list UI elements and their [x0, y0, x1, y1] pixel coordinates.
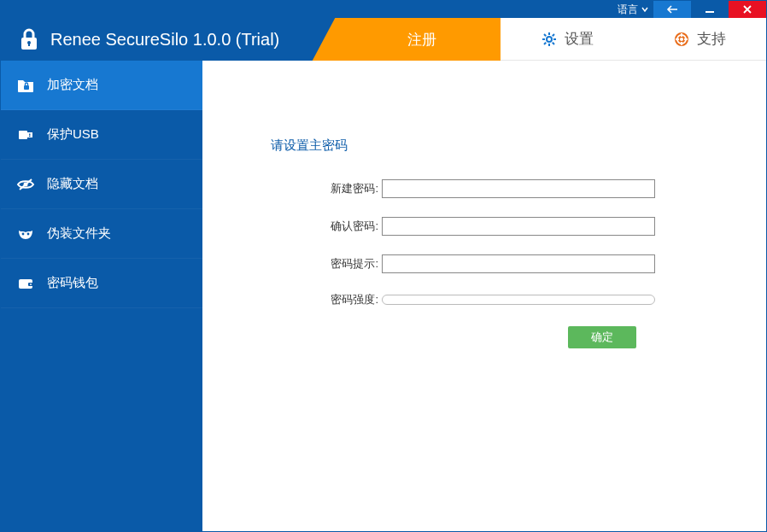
tab-settings[interactable]: 设置	[501, 18, 634, 61]
svg-rect-3	[28, 43, 30, 46]
svg-point-26	[22, 232, 25, 235]
header-bar: Renee SecureSilo 1.0.0 (Trial) 注册 设置 支持	[1, 18, 766, 61]
svg-rect-22	[29, 133, 31, 135]
svg-rect-20	[19, 131, 27, 139]
tab-support[interactable]: 支持	[634, 18, 767, 61]
tab-register[interactable]: 注册	[343, 18, 501, 61]
input-password-hint[interactable]	[382, 254, 655, 273]
wallet-icon	[16, 274, 35, 293]
brand: Renee SecureSilo 1.0.0 (Trial)	[1, 18, 343, 61]
row-password-strength: 密码强度:	[271, 292, 715, 307]
password-strength-meter	[382, 295, 655, 305]
input-confirm-password[interactable]	[382, 217, 655, 236]
confirm-button[interactable]: 确定	[568, 326, 636, 348]
sidebar-item-disguise-folder[interactable]: 伪装文件夹	[1, 209, 202, 259]
row-confirm-password: 确认密码:	[271, 217, 715, 236]
close-button[interactable]	[729, 1, 766, 18]
header-tabs: 注册 设置 支持	[343, 18, 766, 61]
mask-icon	[16, 225, 35, 243]
svg-line-11	[553, 34, 554, 36]
sidebar-item-hide-files[interactable]: 隐藏文档	[1, 160, 202, 209]
label-password-strength: 密码强度:	[271, 292, 382, 307]
svg-line-12	[544, 42, 546, 44]
lifebuoy-icon	[673, 31, 690, 48]
back-button[interactable]	[653, 1, 691, 18]
window-controls-bar: 语言	[1, 1, 766, 18]
folder-lock-icon	[16, 76, 35, 95]
close-icon	[742, 4, 752, 15]
app-window: 语言	[0, 0, 767, 532]
sidebar-item-label: 伪装文件夹	[47, 225, 111, 242]
body: 加密文档 保护USB 隐藏文档 伪装文件夹	[1, 61, 766, 531]
main-panel: 请设置主密码 新建密码: 确认密码: 密码提示: 密码强度: 确定	[202, 61, 766, 531]
eye-off-icon	[16, 175, 35, 194]
language-selector[interactable]: 语言	[612, 1, 653, 18]
row-new-password: 新建密码:	[271, 179, 715, 198]
svg-point-4	[547, 37, 552, 42]
svg-line-9	[544, 34, 546, 36]
input-new-password[interactable]	[382, 179, 655, 198]
lock-icon	[18, 26, 40, 52]
chevron-down-icon	[641, 6, 648, 13]
usb-icon	[16, 126, 35, 144]
minimize-icon	[705, 4, 715, 15]
svg-line-10	[553, 42, 554, 44]
sidebar-item-password-wallet[interactable]: 密码钱包	[1, 259, 202, 308]
svg-rect-0	[706, 11, 714, 13]
sidebar: 加密文档 保护USB 隐藏文档 伪装文件夹	[1, 61, 202, 531]
sidebar-item-label: 加密文档	[47, 77, 98, 93]
svg-point-14	[679, 37, 684, 42]
confirm-row: 确定	[271, 326, 715, 348]
sidebar-item-protect-usb[interactable]: 保护USB	[1, 110, 202, 160]
gear-icon	[541, 31, 558, 48]
label-password-hint: 密码提示:	[271, 256, 382, 272]
label-confirm-password: 确认密码:	[271, 219, 382, 234]
svg-rect-23	[29, 135, 31, 137]
tab-settings-label: 设置	[565, 29, 594, 49]
tab-support-label: 支持	[697, 29, 726, 49]
sidebar-item-label: 密码钱包	[47, 275, 98, 291]
minimize-button[interactable]	[691, 1, 729, 18]
svg-point-27	[27, 232, 30, 235]
row-password-hint: 密码提示:	[271, 254, 715, 273]
sidebar-item-label: 隐藏文档	[47, 176, 98, 192]
app-title: Renee SecureSilo 1.0.0 (Trial)	[50, 30, 279, 50]
svg-point-30	[30, 284, 32, 285]
confirm-button-label: 确定	[591, 330, 613, 345]
label-new-password: 新建密码:	[271, 181, 382, 196]
tab-register-label: 注册	[407, 30, 436, 50]
language-label: 语言	[618, 3, 638, 17]
arrow-left-icon	[666, 5, 678, 14]
sidebar-item-encrypt-files[interactable]: 加密文档	[1, 61, 202, 110]
main-prompt: 请设置主密码	[271, 137, 715, 154]
sidebar-item-label: 保护USB	[47, 126, 99, 143]
svg-rect-19	[24, 85, 29, 90]
